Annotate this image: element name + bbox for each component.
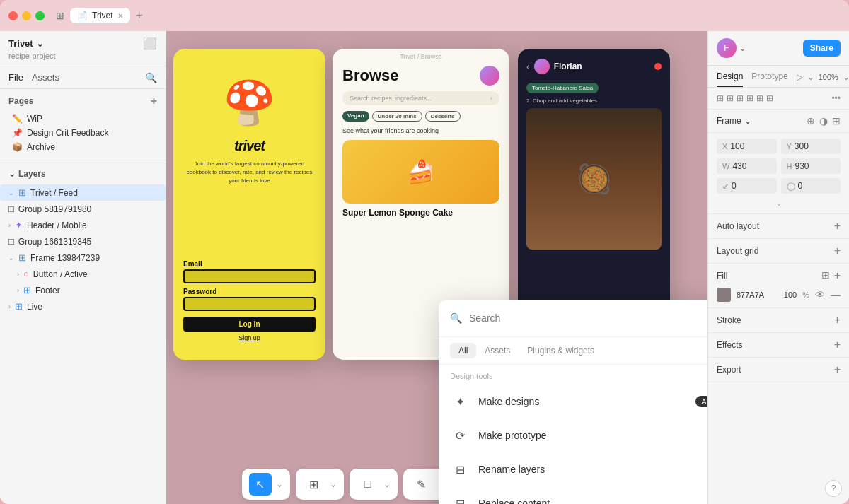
help-button[interactable]: ? — [825, 480, 842, 497]
active-tab[interactable]: 📄 Trivet ✕ — [70, 8, 130, 23]
add-page-button[interactable]: + — [151, 95, 157, 107]
new-tab-button[interactable]: + — [136, 8, 144, 23]
y-field[interactable]: Y 300 — [781, 139, 841, 154]
play-icon[interactable]: ▷ — [797, 72, 803, 82]
make-prototype-icon: ⟳ — [450, 426, 470, 445]
maximize-button[interactable] — [35, 11, 45, 20]
zoom-arrow-icon[interactable]: ⌄ — [843, 72, 849, 82]
more-options-icon[interactable]: ••• — [831, 93, 841, 103]
filter-tab-all[interactable]: All — [450, 343, 476, 358]
h-label: H — [787, 162, 792, 170]
fill-label: Fill — [717, 271, 727, 281]
assets-tab[interactable]: Assets — [32, 71, 59, 84]
frame-dropdown-arrow: ⌄ — [744, 116, 751, 126]
auto-layout-add-btn[interactable]: + — [834, 220, 841, 233]
layer-live[interactable]: › ⊞ Live — [0, 298, 166, 315]
filter-tab-plugins[interactable]: Plugins & widgets — [519, 343, 603, 358]
search-input-row: 🔍 ⊞ — [439, 300, 708, 337]
stroke-add-btn[interactable]: + — [834, 314, 841, 327]
rect-tool[interactable]: □ — [357, 473, 379, 496]
layout-grid-section: Layout grid + — [708, 239, 849, 264]
pages-label: Pages — [8, 96, 33, 106]
close-button[interactable] — [8, 11, 18, 20]
frame-constraints-icon[interactable]: ⊕ — [807, 115, 815, 127]
frame-clip-icon[interactable]: ◑ — [819, 115, 828, 127]
recipe-title: Super Lemon Sponge Cake — [342, 208, 499, 218]
layer-frame-icon: ⊞ — [18, 187, 26, 198]
align-middle-icon[interactable]: ⊞ — [756, 93, 763, 103]
corner-field[interactable]: ↙ 0 — [717, 178, 777, 194]
page-item-wip[interactable]: ✏️ WiP — [8, 112, 157, 126]
sidebar-layout-icon[interactable]: ⬜ — [143, 37, 157, 50]
frame-expand-icon[interactable]: ⊞ — [832, 115, 841, 127]
align-bottom-icon[interactable]: ⊞ — [766, 93, 773, 103]
frame-dropdown-icon[interactable]: ⌄ — [330, 479, 337, 489]
password-field — [183, 297, 316, 311]
fill-color-swatch[interactable] — [717, 288, 731, 302]
fill-add-btn[interactable]: + — [834, 269, 841, 282]
make-prototype-label: Make prototype — [478, 430, 708, 441]
tool-group-rect: □ ⌄ — [350, 469, 398, 500]
layer-footer[interactable]: › ⊞ Footer — [0, 282, 166, 298]
user-badge[interactable]: F ⌄ — [717, 38, 746, 58]
fill-opacity-value[interactable]: 100 — [784, 291, 797, 299]
layout-grid-add-btn[interactable]: + — [834, 245, 841, 257]
align-center-icon[interactable]: ⊞ — [727, 93, 734, 103]
w-field[interactable]: W 430 — [717, 158, 777, 174]
h-field[interactable]: H 930 — [781, 158, 841, 174]
fill-remove-icon[interactable]: — — [831, 289, 841, 300]
align-right-icon[interactable]: ⊞ — [737, 93, 744, 103]
fill-hex-value[interactable]: 877A7A — [737, 291, 778, 299]
wip-icon: ✏️ — [11, 114, 23, 124]
layer-header-mobile[interactable]: › ✦ Header / Mobile — [0, 217, 166, 233]
sidebar-tabs: File Assets 🔍 — [0, 66, 166, 89]
file-tab[interactable]: File — [8, 71, 23, 84]
filter-tab-assets[interactable]: Assets — [476, 343, 519, 358]
fill-visibility-icon[interactable]: 👁 — [815, 289, 825, 300]
pen-tool[interactable]: ✎ — [410, 473, 433, 496]
design-tab[interactable]: Design — [717, 71, 743, 87]
fill-grid-icon[interactable]: ⊞ — [821, 269, 830, 282]
layer-group-5819[interactable]: □ Group 5819791980 — [0, 201, 166, 217]
layer-frame-139[interactable]: ⌄ ⊞ Frame 139847239 — [0, 250, 166, 266]
minimize-button[interactable] — [22, 11, 31, 20]
x-label: X — [722, 142, 727, 151]
layer-frame-icon-2: ⊞ — [18, 252, 26, 263]
layer-frame-icon-4: ⊞ — [15, 301, 23, 312]
layer-button-active[interactable]: › ○ Button / Active — [0, 266, 166, 282]
tab-close-icon[interactable]: ✕ — [117, 12, 123, 20]
align-left-icon[interactable]: ⊞ — [717, 93, 724, 103]
user-avatar: F — [717, 38, 737, 58]
select-dropdown-icon[interactable]: ⌄ — [276, 479, 283, 489]
sidebar-search-icon[interactable]: 🔍 — [145, 72, 157, 83]
search-item-rename-layers[interactable]: ⊟ Rename layers — [439, 452, 708, 486]
stroke-section: Stroke + — [708, 308, 849, 333]
search-item-replace-content[interactable]: ⊟ Replace content — [439, 486, 708, 504]
share-button[interactable]: Share — [803, 40, 841, 57]
effects-add-btn[interactable]: + — [834, 339, 841, 351]
export-add-btn[interactable]: + — [834, 363, 841, 376]
search-bar-mock: Search recipes, ingredients... › — [342, 91, 499, 105]
layer-chevron-frame: ⌄ — [8, 254, 14, 262]
search-item-make-designs[interactable]: ✦ Make designs AI beta — [439, 385, 708, 418]
rect-dropdown-icon[interactable]: ⌄ — [383, 479, 391, 489]
select-tool[interactable]: ↖ — [249, 473, 272, 496]
frame-tool[interactable]: ⊞ — [303, 473, 325, 496]
x-field[interactable]: X 100 — [717, 139, 777, 154]
expand-chevron[interactable]: ⌄ — [775, 198, 782, 208]
align-top-icon[interactable]: ⊞ — [746, 93, 753, 103]
prototype-tab[interactable]: Prototype — [751, 71, 787, 87]
search-item-make-prototype[interactable]: ⟳ Make prototype — [439, 418, 708, 452]
search-input[interactable] — [469, 312, 705, 324]
fill-row: 877A7A 100 % 👁 — — [717, 288, 841, 302]
page-item-design-crit[interactable]: 📌 Design Crit Feedback — [8, 126, 157, 140]
zoom-dropdown-icon[interactable]: ⌄ — [807, 72, 814, 82]
project-name[interactable]: Trivet ⌄ — [8, 38, 44, 49]
radius-field[interactable]: ◯ 0 — [781, 178, 841, 194]
page-item-archive[interactable]: 📦 Archive — [8, 140, 157, 154]
make-designs-label: Make designs — [478, 396, 687, 407]
frame-dropdown[interactable]: Frame ⌄ — [717, 116, 751, 126]
layer-group-1661[interactable]: □ Group 1661319345 — [0, 233, 166, 250]
layer-trivet-feed[interactable]: ⌄ ⊞ Trivet / Feed — [0, 184, 166, 201]
layout-grid-label: Layout grid — [717, 246, 758, 256]
